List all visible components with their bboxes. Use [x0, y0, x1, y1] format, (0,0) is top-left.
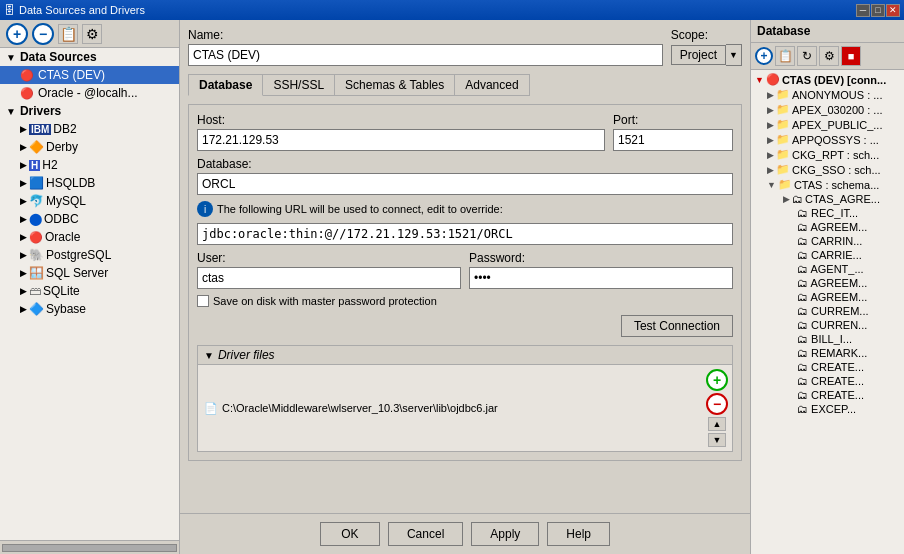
- info-icon: i: [197, 201, 213, 217]
- db-tree-create-1[interactable]: 🗂 CREATE...: [793, 360, 904, 374]
- tab-bar: Database SSH/SSL Schemas & Tables Advanc…: [188, 74, 742, 96]
- form-panel: Name: Scope: Project ▼ Database SSH/SSL: [180, 20, 750, 554]
- db-tree: ▼ 🔴 CTAS (DEV) [conn... ▶ 📁 ANONYMOUS : …: [751, 70, 904, 554]
- db-tree-ctas[interactable]: ▼ 📁 CTAS : schema...: [763, 177, 904, 192]
- db-refresh-button[interactable]: ↻: [797, 46, 817, 66]
- db-tree-ckg-sso[interactable]: ▶ 📁 CKG_SSO : sch...: [763, 162, 904, 177]
- driver-db2[interactable]: ▶ IBM DB2: [0, 120, 179, 138]
- h2-icon: H: [29, 160, 40, 171]
- tab-ssh-ssl[interactable]: SSH/SSL: [262, 74, 335, 96]
- driver-derby[interactable]: ▶ 🔶 Derby: [0, 138, 179, 156]
- user-input[interactable]: [197, 267, 461, 289]
- oracle-local-icon: 🔴: [20, 87, 34, 100]
- ok-button[interactable]: OK: [320, 522, 380, 546]
- driver-files-arrow: ▼: [204, 350, 214, 361]
- database-input[interactable]: [197, 173, 733, 195]
- db-tree-remark[interactable]: 🗂 REMARK...: [793, 346, 904, 360]
- maximize-button[interactable]: □: [871, 4, 885, 17]
- url-input[interactable]: [197, 223, 733, 245]
- db-tree-carrie[interactable]: 🗂 CARRIE...: [793, 248, 904, 262]
- driver-odbc-label: ODBC: [44, 212, 79, 226]
- datasource-name-oracle-local: Oracle - @localh...: [38, 86, 138, 100]
- scroll-down-button[interactable]: ▼: [708, 433, 726, 447]
- add-datasource-button[interactable]: +: [6, 23, 28, 45]
- driver-postgresql[interactable]: ▶ 🐘 PostgreSQL: [0, 246, 179, 264]
- data-sources-label: Data Sources: [20, 50, 97, 64]
- db-add-button[interactable]: +: [755, 47, 773, 65]
- cancel-button[interactable]: Cancel: [388, 522, 463, 546]
- driver-hsqldb[interactable]: ▶ 🟦 HSQLDB: [0, 174, 179, 192]
- driver-db2-label: DB2: [53, 122, 76, 136]
- derby-icon: 🔶: [29, 140, 44, 154]
- db-tree-carrin[interactable]: 🗂 CARRIN...: [793, 234, 904, 248]
- driver-h2[interactable]: ▶ H H2: [0, 156, 179, 174]
- datasource-item-oracle-local[interactable]: 🔴 Oracle - @localh...: [0, 84, 179, 102]
- tab-schemas-tables[interactable]: Schemas & Tables: [334, 74, 455, 96]
- apply-button[interactable]: Apply: [471, 522, 539, 546]
- title-bar: 🗄 Data Sources and Drivers ─ □ ✕: [0, 0, 904, 20]
- close-button[interactable]: ✕: [886, 4, 900, 17]
- db-panel-toolbar: + 📋 ↻ ⚙ ■: [751, 43, 904, 70]
- driver-sybase[interactable]: ▶ 🔷 Sybase: [0, 300, 179, 318]
- data-sources-header[interactable]: ▼ Data Sources: [0, 48, 179, 66]
- driver-mysql[interactable]: ▶ 🐬 MySQL: [0, 192, 179, 210]
- driver-odbc[interactable]: ▶ ⬤ ODBC: [0, 210, 179, 228]
- db-tree-agent[interactable]: 🗂 AGENT_...: [793, 262, 904, 276]
- db-stop-button[interactable]: ■: [841, 46, 861, 66]
- tab-database[interactable]: Database: [188, 74, 263, 96]
- db-tree-appqossys[interactable]: ▶ 📁 APPQOSSYS : ...: [763, 132, 904, 147]
- driver-sqlserver[interactable]: ▶ 🪟 SQL Server: [0, 264, 179, 282]
- db-tree-agreem-2[interactable]: 🗂 AGREEM...: [793, 276, 904, 290]
- db-tree-apex030200[interactable]: ▶ 📁 APEX_030200 : ...: [763, 102, 904, 117]
- db-tree-ctas-dev[interactable]: ▼ 🔴 CTAS (DEV) [conn...: [751, 72, 904, 87]
- db-tree-agreem-3[interactable]: 🗂 AGREEM...: [793, 290, 904, 304]
- db-tree-ckg-rpt[interactable]: ▶ 📁 CKG_RPT : sch...: [763, 147, 904, 162]
- db-tree-curren[interactable]: 🗂 CURREN...: [793, 318, 904, 332]
- drivers-arrow: ▼: [6, 106, 16, 117]
- data-sources-arrow: ▼: [6, 52, 16, 63]
- datasource-item-ctas[interactable]: 🔴 CTAS (DEV): [0, 66, 179, 84]
- password-label: Password:: [469, 251, 733, 265]
- scroll-up-button[interactable]: ▲: [708, 417, 726, 431]
- db-tree-anonymous[interactable]: ▶ 📁 ANONYMOUS : ...: [763, 87, 904, 102]
- scope-button[interactable]: Project: [671, 45, 726, 65]
- drivers-header[interactable]: ▼ Drivers: [0, 102, 179, 120]
- test-connection-button[interactable]: Test Connection: [621, 315, 733, 337]
- scope-dropdown[interactable]: ▼: [726, 44, 742, 66]
- remove-driver-file-button[interactable]: −: [706, 393, 728, 415]
- oracle-db-icon: 🔴: [766, 73, 780, 86]
- add-driver-file-button[interactable]: +: [706, 369, 728, 391]
- tab-advanced[interactable]: Advanced: [454, 74, 529, 96]
- remove-datasource-button[interactable]: −: [32, 23, 54, 45]
- db-tree-bill-i[interactable]: 🗂 BILL_I...: [793, 332, 904, 346]
- db-copy-button[interactable]: 📋: [775, 46, 795, 66]
- driver-derby-label: Derby: [46, 140, 78, 154]
- driver-files-header[interactable]: ▼ Driver files: [198, 346, 732, 365]
- db-tree-rec-it[interactable]: 🗂 REC_IT...: [793, 206, 904, 220]
- host-input[interactable]: [197, 129, 605, 151]
- db-tree-create-2[interactable]: 🗂 CREATE...: [793, 374, 904, 388]
- db-tree-agreem-1[interactable]: 🗂 AGREEM...: [793, 220, 904, 234]
- ctas-dev-arrow: ▼: [755, 75, 764, 85]
- db-settings-button[interactable]: ⚙: [819, 46, 839, 66]
- help-button[interactable]: Help: [547, 522, 610, 546]
- settings-button[interactable]: ⚙: [82, 24, 102, 44]
- password-input[interactable]: [469, 267, 733, 289]
- driver-oracle[interactable]: ▶ 🔴 Oracle: [0, 228, 179, 246]
- port-input[interactable]: [613, 129, 733, 151]
- copy-datasource-button[interactable]: 📋: [58, 24, 78, 44]
- name-input[interactable]: [188, 44, 663, 66]
- driver-file-path: C:\Oracle\Middleware\wlserver_10.3\serve…: [222, 402, 498, 414]
- minimize-button[interactable]: ─: [856, 4, 870, 17]
- db-tree-ctas-agre[interactable]: ▶ 🗂 CTAS_AGRE...: [779, 192, 904, 206]
- driver-sybase-label: Sybase: [46, 302, 86, 316]
- db-tree-apex-public[interactable]: ▶ 📁 APEX_PUBLIC_...: [763, 117, 904, 132]
- driver-files-section: ▼ Driver files 📄 C:\Oracle\Middleware\wl…: [197, 345, 733, 452]
- oracle-icon: 🔴: [20, 69, 34, 82]
- db-tree-excep[interactable]: 🗂 EXCEP...: [793, 402, 904, 416]
- db-tree-currem[interactable]: 🗂 CURREM...: [793, 304, 904, 318]
- db-tree-create-3[interactable]: 🗂 CREATE...: [793, 388, 904, 402]
- save-password-checkbox[interactable]: [197, 295, 209, 307]
- driver-sqlite[interactable]: ▶ 🗃 SQLite: [0, 282, 179, 300]
- driver-hsqldb-label: HSQLDB: [46, 176, 95, 190]
